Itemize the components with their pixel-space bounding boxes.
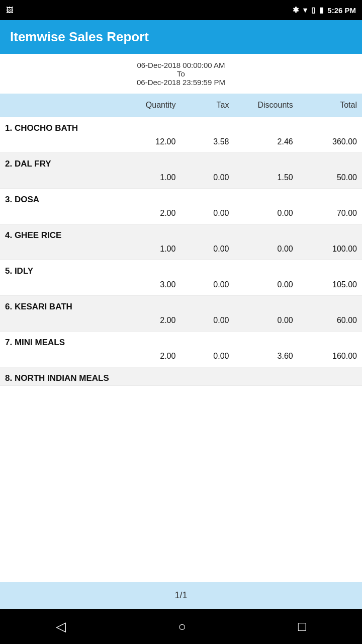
table-row: 6. KESARI BATH 2.00 0.00 0.00 60.00 (0, 296, 362, 332)
item-values: 1.00 0.00 1.50 50.00 (0, 171, 362, 188)
item-qty: 1.00 (112, 245, 175, 254)
item-disc: 0.00 (229, 280, 293, 289)
item-values: 2.00 0.00 0.00 60.00 (0, 314, 362, 331)
item-total: 100.00 (293, 245, 357, 254)
col-header-discounts: Discounts (257, 101, 293, 109)
item-tax: 0.00 (175, 316, 229, 325)
item-tax: 0.00 (175, 173, 229, 182)
table-row: 1. CHOCHO BATH 12.00 3.58 2.46 360.00 (0, 117, 362, 153)
table-row: 5. IDLY 3.00 0.00 0.00 105.00 (0, 260, 362, 296)
item-name: 4. GHEE RICE (0, 224, 362, 243)
item-total: 70.00 (293, 209, 357, 218)
date-separator: To (5, 69, 357, 78)
battery-icon: ▮ (319, 6, 323, 15)
item-qty: 2.00 (112, 316, 175, 325)
table-row: 7. MINI MEALS 2.00 0.00 3.60 160.00 (0, 332, 362, 367)
nav-bar: ◁ ○ □ (0, 609, 362, 644)
home-button[interactable]: ○ (178, 619, 186, 634)
item-disc: 0.00 (229, 316, 293, 325)
item-name: 8. NORTH INDIAN MEALS (0, 367, 362, 385)
col-header-total: Total (340, 101, 357, 109)
item-values: 12.00 3.58 2.46 360.00 (0, 135, 362, 152)
col-header-tax: Tax (217, 101, 229, 109)
recents-button[interactable]: □ (298, 619, 306, 634)
item-qty: 3.00 (112, 280, 175, 289)
item-disc: 1.50 (229, 173, 293, 182)
app-header: Itemwise Sales Report (0, 20, 362, 54)
item-total: 105.00 (293, 280, 357, 289)
item-disc: 2.46 (229, 137, 293, 146)
item-name: 5. IDLY (0, 260, 362, 278)
item-values: 2.00 0.00 3.60 160.00 (0, 350, 362, 367)
item-values: 1.00 0.00 0.00 100.00 (0, 243, 362, 260)
pagination: 1/1 (0, 582, 362, 609)
item-name: 2. DAL FRY (0, 153, 362, 171)
photo-icon: 🖼 (6, 6, 13, 14)
item-name: 7. MINI MEALS (0, 332, 362, 350)
table-row: 8. NORTH INDIAN MEALS (0, 367, 362, 386)
status-right-icons: ✱ ▾ ▯ ▮ 5:26 PM (293, 6, 356, 15)
item-values: 2.00 0.00 0.00 70.00 (0, 207, 362, 224)
item-qty: 1.00 (112, 173, 175, 182)
signal-icon: ▯ (311, 6, 315, 15)
date-from: 06-Dec-2018 00:00:00 AM (5, 61, 357, 69)
item-disc: 3.60 (229, 352, 293, 361)
item-disc: 0.00 (229, 245, 293, 254)
item-name: 1. CHOCHO BATH (0, 117, 362, 135)
date-range: 06-Dec-2018 00:00:00 AM To 06-Dec-2018 2… (0, 54, 362, 94)
item-total: 160.00 (293, 352, 357, 361)
item-tax: 0.00 (175, 352, 229, 361)
item-total: 50.00 (293, 173, 357, 182)
item-tax: 3.58 (175, 137, 229, 146)
item-tax: 0.00 (175, 280, 229, 289)
bluetooth-icon: ✱ (293, 6, 299, 15)
column-headers: Quantity Tax Discounts Total (0, 94, 362, 117)
table-row: 4. GHEE RICE 1.00 0.00 0.00 100.00 (0, 224, 362, 260)
item-qty: 2.00 (112, 209, 175, 218)
wifi-icon: ▾ (303, 6, 307, 15)
items-list: 1. CHOCHO BATH 12.00 3.58 2.46 360.00 2.… (0, 117, 362, 386)
item-total: 360.00 (293, 137, 357, 146)
item-disc: 0.00 (229, 209, 293, 218)
table-row: 3. DOSA 2.00 0.00 0.00 70.00 (0, 189, 362, 224)
item-tax: 0.00 (175, 209, 229, 218)
item-values: 3.00 0.00 0.00 105.00 (0, 278, 362, 295)
col-header-quantity: Quantity (146, 101, 176, 109)
status-left-icons: 🖼 (6, 6, 13, 14)
item-qty: 12.00 (112, 137, 175, 146)
item-total: 60.00 (293, 316, 357, 325)
status-bar: 🖼 ✱ ▾ ▯ ▮ 5:26 PM (0, 0, 362, 20)
page-title: Itemwise Sales Report (10, 29, 352, 45)
item-name: 6. KESARI BATH (0, 296, 362, 314)
item-qty: 2.00 (112, 352, 175, 361)
back-button[interactable]: ◁ (56, 619, 66, 634)
date-to: 06-Dec-2018 23:59:59 PM (5, 78, 357, 87)
table-row: 2. DAL FRY 1.00 0.00 1.50 50.00 (0, 153, 362, 189)
item-name: 3. DOSA (0, 189, 362, 207)
pagination-label: 1/1 (174, 590, 187, 600)
time-display: 5:26 PM (327, 6, 356, 15)
item-tax: 0.00 (175, 245, 229, 254)
